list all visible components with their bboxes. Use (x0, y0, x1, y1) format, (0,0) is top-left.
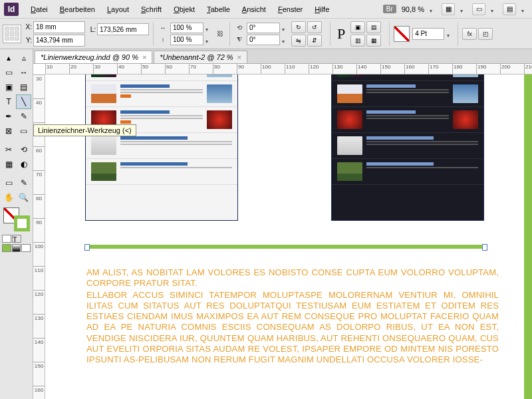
scissors-tool[interactable]: ✂ (1, 142, 17, 157)
menu-layout[interactable]: Layout (102, 3, 134, 16)
tool-tooltip: Linienzeichner-Werkzeug (<) (33, 124, 136, 136)
reference-point-grid[interactable] (3, 25, 21, 43)
direct-selection-tool[interactable]: ▵ (17, 51, 32, 65)
wrap-button[interactable]: ▣ (350, 21, 365, 33)
tab-linienwerkzeug[interactable]: *Linienwerkzeug.indd @ 90 %× (35, 51, 152, 63)
flip-h-button[interactable]: ⇋ (291, 35, 306, 47)
type-tool[interactable]: T (1, 94, 16, 109)
thumbnail (337, 162, 362, 181)
flip-v-button[interactable]: ⇵ (307, 35, 322, 47)
apply-text[interactable]: T (12, 235, 21, 243)
thumbnail (337, 74, 362, 77)
gap-tool[interactable]: ↔ (17, 65, 32, 80)
canvas[interactable]: AM ALIST, AS NOBITAT LAM VOLORES ES NOBI… (45, 74, 532, 399)
horizontal-ruler[interactable]: 1020304050607080901001101201301401501601… (45, 64, 532, 74)
transform-tool[interactable]: ⟲ (17, 142, 32, 157)
eyedropper-tool[interactable]: ✎ (17, 176, 32, 190)
x-input[interactable]: 18 mm (33, 21, 85, 33)
selection-tool[interactable]: ▴ (1, 51, 17, 65)
note-tool[interactable]: ▭ (1, 176, 17, 190)
page-edge (524, 74, 532, 399)
content-placer-tool[interactable]: ▤ (17, 80, 32, 94)
fill-stroke-control[interactable] (3, 207, 30, 231)
stroke-swatch[interactable] (14, 215, 30, 231)
wrap-button[interactable]: ▦ (366, 35, 381, 47)
l-label: L: (88, 26, 96, 33)
pencil-tool[interactable]: ✎ (17, 109, 32, 124)
line-tool[interactable]: ╲ (16, 94, 31, 109)
wrap-button[interactable]: ▤ (366, 21, 381, 33)
scale-y-input[interactable]: 100 % (170, 35, 203, 45)
apply-color[interactable] (2, 235, 11, 243)
rotate-cw-button[interactable]: ↻ (291, 21, 306, 33)
bridge-button[interactable]: Br (383, 5, 396, 13)
view-options-button[interactable]: ▦ (442, 3, 455, 15)
rectangle-frame-tool[interactable]: ⊠ (1, 124, 17, 138)
none-swatch[interactable] (21, 244, 31, 252)
menu-tabelle[interactable]: Tabelle (201, 3, 235, 16)
drawn-line-object[interactable] (86, 245, 485, 249)
menu-bearbeiten[interactable]: Bearbeiten (55, 3, 100, 16)
vertical-ruler[interactable]: 3040506070809010011012013014015016017018… (33, 74, 45, 399)
gradient-swatch-tool[interactable]: ▦ (1, 157, 17, 172)
page-tool[interactable]: ▭ (1, 65, 17, 80)
chevron-down-icon[interactable] (491, 6, 497, 13)
menu-objekt[interactable]: Objekt (168, 3, 200, 16)
corner-button[interactable]: ◰ (478, 28, 493, 40)
y-input[interactable]: 143,794 mm (33, 35, 85, 47)
chevron-down-icon[interactable] (282, 37, 289, 43)
body-text-frame[interactable]: AM ALIST, AS NOBITAT LAM VOLORES ES NOBI… (86, 267, 499, 366)
fx-button[interactable]: fx (462, 28, 477, 40)
gradient-swatch[interactable] (12, 244, 21, 252)
zoom-dropdown-icon[interactable] (430, 6, 436, 13)
close-icon[interactable]: × (237, 53, 241, 61)
rotate-ccw-button[interactable]: ↺ (307, 21, 322, 33)
thumbnail (337, 84, 362, 103)
shear-input[interactable]: 0° (247, 35, 280, 45)
chevron-down-icon[interactable] (282, 25, 289, 31)
rectangle-tool[interactable]: ▭ (17, 124, 32, 138)
chevron-down-icon[interactable] (205, 25, 212, 31)
screen-mode-button[interactable]: ▭ (472, 3, 485, 15)
link-icon[interactable]: ⛓ (215, 29, 225, 39)
rotate-input[interactable]: 0° (247, 23, 280, 33)
scale-y-icon: ↕ (158, 35, 168, 45)
wrap-button[interactable]: ▥ (350, 35, 365, 47)
thumbnail (207, 110, 232, 129)
gradient-feather-tool[interactable]: ◐ (17, 157, 32, 172)
scale-x-icon: ↔ (158, 23, 168, 33)
hand-tool[interactable]: ✋ (1, 190, 17, 205)
arrange-button[interactable]: ▤ (503, 3, 516, 15)
chevron-down-icon[interactable] (447, 31, 454, 37)
pen-tool[interactable]: ✒ (1, 109, 17, 124)
stroke-swatch[interactable] (394, 26, 410, 42)
thumbnail (453, 74, 478, 77)
menu-schrift[interactable]: Schrift (136, 3, 167, 16)
zoom-level[interactable]: 90,8 % (402, 5, 424, 13)
paragraph-icon: P (334, 25, 348, 43)
menu-datei[interactable]: Datei (25, 3, 53, 16)
effects-buttons: fx ◰ (462, 28, 493, 40)
flip-buttons: ↻ ↺ ⇋ ⇵ (291, 21, 326, 47)
menu-ansicht[interactable]: Ansicht (237, 3, 271, 16)
scale-x-input[interactable]: 100 % (170, 23, 203, 33)
stroke-weight-input[interactable]: 4 Pt (412, 28, 444, 40)
control-bar: X:18 mm Y:143,794 mm L:173,526 mm ↔100 %… (0, 19, 532, 49)
menu-fenster[interactable]: Fenster (273, 3, 308, 16)
zoom-tool[interactable]: 🔍 (17, 190, 32, 205)
thumbnail (91, 74, 116, 77)
thumbnail (337, 110, 362, 129)
chevron-down-icon[interactable] (521, 6, 528, 13)
workspace: ▴▵ ▭↔ ▣▤ T╲ ✒✎ ⊠▭ ✂⟲ ▦◐ ▭✎ ✋🔍 T *Linienw… (0, 49, 532, 399)
chevron-down-icon[interactable] (460, 6, 467, 13)
content-collector-tool[interactable]: ▣ (1, 80, 17, 94)
tab-unbenannt[interactable]: *Unbenannt-2 @ 72 %× (154, 51, 247, 63)
y-label: Y: (24, 37, 32, 44)
color-swatch[interactable] (2, 244, 11, 252)
length-input[interactable]: 173,526 mm (97, 23, 149, 35)
menu-hilfe[interactable]: Hilfe (309, 3, 334, 16)
thumbnail (207, 74, 232, 77)
chevron-down-icon[interactable] (205, 37, 212, 43)
app-logo: Id (4, 3, 19, 16)
close-icon[interactable]: × (142, 53, 146, 61)
